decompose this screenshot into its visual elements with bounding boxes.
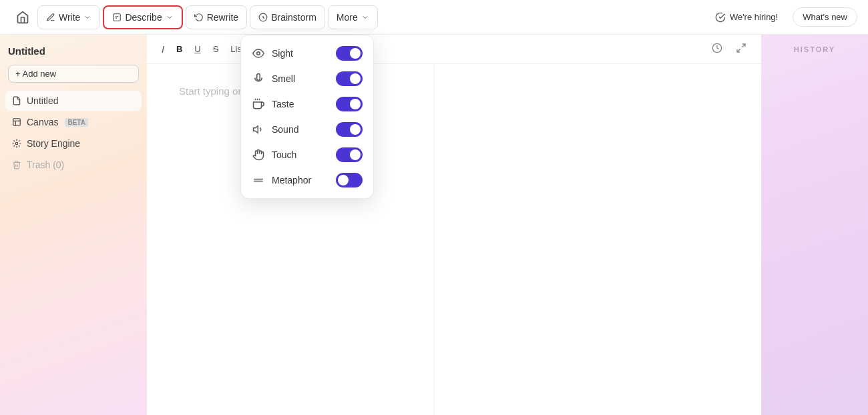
smell-label: Smell: [272, 73, 295, 84]
strikethrough-button[interactable]: S: [209, 42, 223, 56]
brainstorm-button[interactable]: Brainstorm: [250, 5, 325, 29]
svg-rect-4: [13, 119, 21, 126]
svg-marker-15: [254, 126, 258, 133]
editor-area: I B U S List Body H1 H2: [147, 35, 761, 415]
underline-button[interactable]: U: [190, 42, 204, 56]
history-label: HISTORY: [794, 45, 835, 53]
rewrite-button[interactable]: Rewrite: [186, 5, 247, 29]
sidebar-item-story-engine[interactable]: Story Engine: [5, 133, 142, 153]
svg-point-11: [257, 52, 260, 55]
hiring-button[interactable]: We're hiring!: [707, 8, 786, 27]
dropdown-item-metaphor[interactable]: Metaphor: [241, 167, 373, 193]
sidebar-item-trash[interactable]: Trash (0): [5, 155, 142, 175]
sight-icon: [252, 47, 265, 60]
sidebar-item-canvas-label: Canvas: [27, 117, 58, 127]
metaphor-toggle[interactable]: [336, 173, 363, 187]
sidebar-title: Untitled: [8, 45, 45, 57]
dropdown-item-touch[interactable]: Touch: [241, 142, 373, 167]
smell-toggle[interactable]: [336, 71, 363, 86]
main-layout: Untitled + Add new Untitled Canvas BETA …: [0, 35, 868, 415]
topbar-left: Write Describe Rewrite Brainstorm More: [11, 5, 378, 29]
more-button[interactable]: More: [328, 5, 378, 29]
dropdown-item-smell[interactable]: Smell: [241, 66, 373, 91]
taste-toggle[interactable]: [336, 97, 363, 111]
history-icon-button[interactable]: [708, 41, 726, 57]
metaphor-label: Metaphor: [272, 175, 311, 185]
sound-toggle[interactable]: [336, 122, 363, 137]
sidebar-item-trash-label: Trash (0): [27, 159, 64, 170]
sidebar-item-untitled[interactable]: Untitled: [5, 91, 142, 111]
svg-point-7: [15, 142, 18, 145]
sidebar-header: Untitled: [0, 45, 147, 65]
taste-icon: [252, 97, 265, 111]
svg-rect-0: [114, 13, 121, 21]
sidebar-item-canvas[interactable]: Canvas BETA: [5, 112, 142, 132]
sidebar-item-untitled-label: Untitled: [27, 95, 58, 106]
svg-line-9: [742, 44, 745, 47]
svg-line-10: [737, 49, 740, 52]
write-button[interactable]: Write: [37, 5, 100, 29]
touch-label: Touch: [272, 149, 296, 160]
editor-content[interactable]: Start typing or Generate a first draft: [147, 64, 761, 415]
topbar: Write Describe Rewrite Brainstorm More W: [0, 0, 868, 35]
taste-label: Taste: [272, 99, 294, 109]
expand-icon-button[interactable]: [732, 41, 750, 57]
bold-button[interactable]: I: [158, 42, 168, 57]
topbar-right: We're hiring! What's new: [707, 7, 857, 27]
smell-icon: [252, 72, 265, 85]
touch-icon: [252, 148, 265, 161]
editor-toolbar: I B U S List Body H1 H2: [147, 35, 761, 64]
describe-button[interactable]: Describe: [103, 5, 182, 29]
sight-toggle[interactable]: [336, 46, 363, 61]
touch-toggle[interactable]: [336, 147, 363, 162]
sound-icon: [252, 123, 265, 136]
toolbar-right-icons: [708, 41, 750, 57]
sight-label: Sight: [272, 48, 293, 59]
editor-divider: [434, 64, 435, 415]
canvas-badge: BETA: [65, 118, 87, 127]
add-new-button[interactable]: + Add new: [8, 65, 139, 83]
sidebar-nav: Untitled Canvas BETA Story Engine Trash …: [0, 88, 147, 177]
metaphor-icon: [252, 173, 265, 187]
dropdown-item-sound[interactable]: Sound: [241, 117, 373, 142]
whats-new-button[interactable]: What's new: [793, 7, 857, 27]
sidebar-item-story-engine-label: Story Engine: [27, 138, 80, 149]
sound-label: Sound: [272, 124, 298, 135]
italic-button[interactable]: B: [172, 42, 186, 56]
sidebar: Untitled + Add new Untitled Canvas BETA …: [0, 35, 147, 415]
right-panel: HISTORY: [761, 35, 868, 415]
dropdown-item-sight[interactable]: Sight: [241, 41, 373, 66]
home-button[interactable]: [11, 5, 35, 29]
dropdown-item-taste[interactable]: Taste: [241, 91, 373, 117]
describe-dropdown: Sight Smell Taste: [240, 35, 374, 199]
